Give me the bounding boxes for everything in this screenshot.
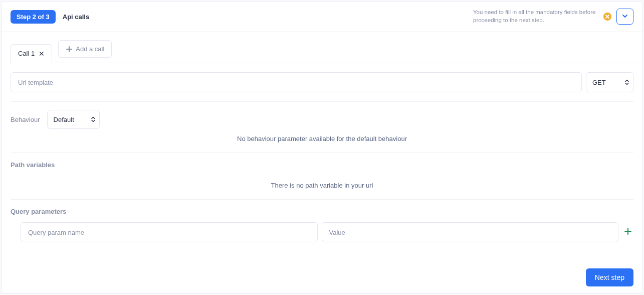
query-parameters-title: Query parameters (11, 208, 633, 215)
panel-title: Api calls (63, 13, 89, 21)
chevron-down-icon (621, 12, 629, 22)
plus-icon (623, 227, 632, 238)
api-calls-panel: Step 2 of 3 Api calls You need to fill i… (1, 1, 643, 294)
step-badge: Step 2 of 3 (11, 10, 56, 24)
query-param-row (11, 222, 633, 242)
url-row: GET (11, 72, 633, 92)
add-query-param-button[interactable] (622, 227, 633, 238)
path-variables-title: Path variables (11, 161, 633, 169)
panel-header: Step 2 of 3 Api calls You need to fill i… (2, 2, 642, 32)
close-icon[interactable]: ✕ (39, 50, 45, 57)
http-method-value: GET (592, 79, 606, 86)
warning-icon (603, 13, 611, 21)
select-caret-icon (91, 117, 95, 122)
validation-warning-text: You need to fill in all the mandatory fi… (473, 9, 598, 24)
panel-footer: Next step (2, 261, 642, 293)
tab-label: Call 1 (18, 50, 35, 57)
behaviour-select[interactable]: Default (47, 110, 100, 129)
call-content: GET Behaviour Default (2, 63, 642, 261)
path-variables-section: Path variables There is no path variable… (11, 153, 633, 200)
select-caret-icon (625, 80, 629, 85)
next-step-button[interactable]: Next step (586, 268, 633, 286)
collapse-button[interactable] (616, 9, 633, 25)
query-param-name-input[interactable] (21, 222, 318, 242)
add-call-label: Add a call (76, 45, 104, 53)
behaviour-empty-message: No behaviour parameter available for the… (11, 129, 633, 142)
path-variables-empty-message: There is no path variable in your url (11, 176, 633, 189)
query-parameters-section: Query parameters (11, 200, 633, 252)
query-param-value-input[interactable] (322, 222, 619, 242)
tab-call-1[interactable]: Call 1 ✕ (11, 44, 52, 63)
call-tabs: Call 1 ✕ Add a call (2, 32, 642, 63)
panel-body: Call 1 ✕ Add a call GET (2, 32, 642, 293)
behaviour-value: Default (54, 116, 74, 123)
url-template-input[interactable] (11, 72, 582, 92)
behaviour-label: Behaviour (11, 116, 40, 123)
add-call-button[interactable]: Add a call (58, 40, 112, 58)
behaviour-section: Behaviour Default No behaviour parameter… (11, 102, 633, 153)
plus-icon (66, 46, 73, 53)
http-method-select[interactable]: GET (586, 72, 633, 92)
